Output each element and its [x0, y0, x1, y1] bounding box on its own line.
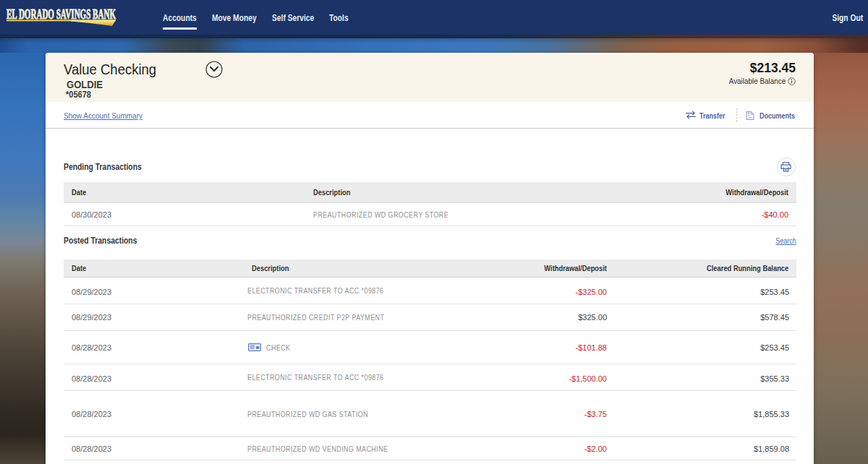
svg-text:EL DORADO SAVINGS BANK: EL DORADO SAVINGS BANK	[7, 7, 116, 22]
